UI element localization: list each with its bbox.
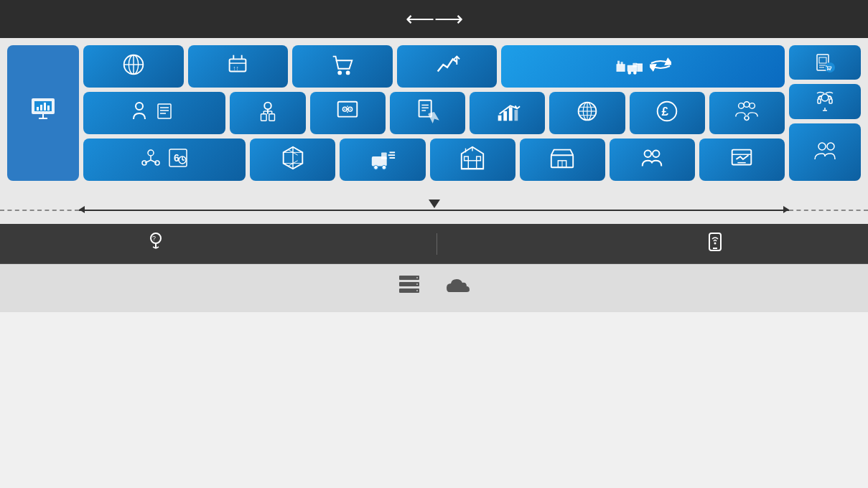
route-optimization-tile[interactable] [340,139,425,181]
svg-point-18 [346,71,350,75]
multichannel-tile[interactable] [7,45,79,181]
demand-forecasting-tile[interactable] [397,45,498,88]
svg-point-29 [136,103,143,110]
svg-text:6: 6 [174,152,179,164]
svg-point-66 [745,102,750,108]
cloud-icon [444,275,472,301]
resource-management-tile[interactable]: 6 [83,139,246,181]
svg-point-89 [382,165,386,169]
ecommerce-tile[interactable] [789,45,861,80]
svg-point-121 [827,143,834,150]
infra-bar [0,264,868,312]
svg-rect-20 [616,64,625,72]
svg-point-129 [714,242,716,244]
svg-rect-30 [158,104,171,118]
svg-rect-116 [818,99,821,103]
svg-rect-132 [399,282,419,286]
brain-icon: ? [146,231,166,256]
finance-tile[interactable]: £ [630,92,705,134]
svg-rect-117 [829,99,832,103]
svg-point-114 [829,69,831,70]
svg-rect-130 [399,276,419,280]
crm-tile[interactable] [789,123,861,182]
edocs-tile[interactable] [390,92,465,134]
mobility-section [701,232,722,256]
svg-text:£: £ [662,105,669,118]
mobile-icon [708,232,722,256]
svg-rect-96 [465,156,469,161]
svg-point-73 [148,150,154,156]
svg-rect-134 [399,288,419,293]
svg-rect-27 [637,64,643,72]
hr-tile[interactable] [709,92,785,134]
left-sidebar [7,45,79,181]
svg-rect-87 [381,152,387,159]
svg-rect-6 [44,103,46,111]
svg-rect-109 [819,57,826,63]
bi-divider [437,233,437,255]
customer-service-tile[interactable] [789,84,861,118]
svg-point-44 [347,108,349,111]
payroll-tile[interactable] [699,139,785,181]
svg-rect-36 [261,114,267,121]
contract-management-tile[interactable] [230,92,305,134]
svg-rect-97 [477,156,481,161]
svg-point-103 [645,151,652,158]
bi-section: ? [146,231,173,256]
svg-rect-56 [514,110,518,121]
svg-point-112 [825,62,835,72]
cti-tile[interactable] [310,92,386,134]
svg-point-104 [653,151,660,158]
svg-point-65 [739,103,745,109]
svg-rect-37 [269,114,275,121]
svg-point-115 [821,94,829,101]
grid-row-1: ↑↑ [83,45,785,88]
svg-point-113 [827,69,829,70]
collaboration-tile[interactable] [610,139,695,181]
svg-rect-7 [47,105,50,111]
top-header: ⟵⟶ [0,0,868,38]
svg-rect-21 [617,61,620,65]
svg-point-68 [745,116,750,121]
bi-tile[interactable] [470,92,545,134]
right-sidebar [789,45,861,181]
grid-row-2: £ [83,92,785,134]
svg-rect-53 [498,116,501,121]
svg-point-120 [818,143,826,150]
svg-rect-22 [620,62,622,65]
svg-point-17 [337,71,342,75]
multichannel-icon [29,94,57,128]
svg-rect-5 [40,105,42,111]
svg-point-88 [374,165,378,169]
svg-point-26 [633,71,637,75]
center-grid: ↑↑ [83,45,785,181]
procurement-tile[interactable] [292,45,393,88]
header-arrow: ⟵⟶ [43,7,825,31]
social-engagement-tile[interactable] [83,45,184,88]
supply-chain-tile[interactable] [501,45,785,88]
warehouse-management-tile[interactable] [430,139,515,181]
inventory-tile[interactable] [250,139,335,181]
svg-rect-55 [509,107,513,121]
svg-text:↑↑: ↑↑ [233,65,240,72]
svg-text:?: ? [152,235,156,242]
axis-bar [0,188,868,224]
svg-rect-4 [37,107,39,111]
trade-counter-tile[interactable] [520,139,605,181]
grid-row-3: 6 [83,139,785,181]
svg-point-67 [750,103,755,109]
server-icon [396,273,422,304]
global-operations-tile[interactable] [549,92,625,134]
svg-point-25 [627,71,631,75]
svg-point-34 [264,103,271,110]
main-content: ↑↑ [0,38,868,188]
svg-rect-95 [468,161,476,169]
vad-vpc-tile[interactable]: ↑↑ [188,45,289,88]
svg-rect-54 [503,111,507,121]
double-arrow-icon: ⟵⟶ [406,7,463,31]
bi-bar: ? [0,224,868,264]
sales-management-tile[interactable] [83,92,225,134]
